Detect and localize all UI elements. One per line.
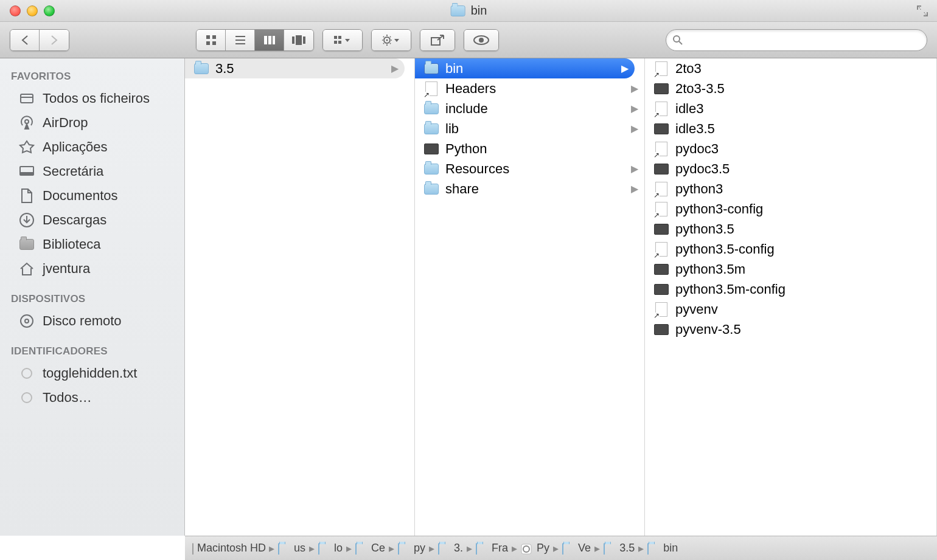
sidebar-item[interactable]: Descargas bbox=[0, 208, 184, 232]
file-label: lib bbox=[445, 121, 459, 137]
search-input[interactable] bbox=[688, 33, 921, 46]
path-crumb-label: Ce bbox=[371, 542, 385, 555]
desktop-icon bbox=[18, 164, 35, 179]
file-row[interactable]: python3.5 bbox=[645, 219, 936, 239]
sidebar-item[interactable]: Todos… bbox=[0, 385, 184, 410]
path-separator-icon: ▸ bbox=[512, 542, 517, 555]
file-label: pyvenv-3.5 bbox=[675, 322, 741, 337]
file-label: Python bbox=[445, 141, 487, 157]
list-view-button[interactable] bbox=[226, 30, 255, 50]
file-row[interactable]: 2to3 bbox=[645, 58, 936, 78]
all-files-icon bbox=[18, 91, 35, 106]
path-crumb-label: us bbox=[294, 542, 305, 555]
sidebar-item[interactable]: Documentos bbox=[0, 184, 184, 208]
folder-icon bbox=[423, 162, 439, 176]
file-row[interactable]: Resources▶ bbox=[415, 159, 644, 179]
path-crumb[interactable]: py bbox=[398, 542, 425, 555]
path-separator-icon: ▸ bbox=[638, 542, 644, 555]
path-separator-icon: ▸ bbox=[467, 542, 472, 555]
path-crumb[interactable]: Ce bbox=[355, 542, 385, 555]
file-row[interactable]: idle3 bbox=[645, 99, 936, 119]
search-icon bbox=[672, 35, 683, 46]
link-icon bbox=[653, 62, 669, 75]
folder-icon bbox=[476, 544, 488, 553]
svg-rect-8 bbox=[268, 36, 271, 44]
file-row[interactable]: python3-config bbox=[645, 199, 936, 219]
path-crumb[interactable]: bin bbox=[647, 542, 678, 555]
file-row[interactable]: python3.5-config bbox=[645, 239, 936, 259]
file-row[interactable]: share▶ bbox=[415, 179, 644, 199]
path-crumb[interactable]: Fra bbox=[476, 542, 508, 555]
close-window-button[interactable] bbox=[10, 5, 21, 16]
sidebar-item-label: Disco remoto bbox=[43, 313, 122, 329]
sidebar-item[interactable]: Biblioteca bbox=[0, 232, 184, 257]
svg-rect-2 bbox=[206, 41, 210, 45]
icon-view-button[interactable] bbox=[197, 30, 226, 50]
sidebar-item[interactable]: Todos os ficheiros bbox=[0, 86, 184, 111]
search-field[interactable] bbox=[666, 29, 927, 51]
file-row[interactable]: Headers▶ bbox=[415, 78, 644, 99]
path-crumb[interactable]: lo bbox=[318, 542, 343, 555]
path-crumb[interactable]: us bbox=[278, 542, 305, 555]
file-row[interactable]: idle3.5 bbox=[645, 119, 936, 139]
file-row[interactable]: 2to3-3.5 bbox=[645, 78, 936, 99]
file-row[interactable]: pyvenv-3.5 bbox=[645, 319, 936, 339]
sidebar-item[interactable]: togglehidden.txt bbox=[0, 361, 184, 385]
path-crumb-label: py bbox=[414, 542, 425, 555]
tag-icon bbox=[18, 366, 35, 381]
sidebar-item-label: Todos os ficheiros bbox=[43, 91, 150, 106]
file-row[interactable]: pydoc3.5 bbox=[645, 159, 936, 179]
back-button[interactable] bbox=[10, 30, 40, 50]
path-crumb[interactable]: Py bbox=[521, 542, 549, 555]
file-label: python3-config bbox=[675, 201, 763, 217]
file-row[interactable]: lib▶ bbox=[415, 119, 644, 139]
file-row[interactable]: pydoc3 bbox=[645, 139, 936, 159]
path-crumb[interactable]: Macintosh HD bbox=[192, 542, 265, 555]
svg-rect-15 bbox=[334, 41, 337, 44]
folder-icon bbox=[423, 122, 439, 136]
folder-icon bbox=[647, 544, 660, 553]
file-row[interactable]: python3 bbox=[645, 179, 936, 199]
link-icon bbox=[653, 202, 669, 216]
svg-rect-7 bbox=[264, 36, 267, 44]
svg-rect-9 bbox=[273, 36, 275, 44]
column-view-button[interactable] bbox=[255, 30, 284, 50]
svg-point-32 bbox=[22, 368, 32, 378]
view-mode-segmented bbox=[196, 29, 314, 51]
path-crumb[interactable]: 3. bbox=[438, 542, 463, 555]
file-label: pyvenv bbox=[675, 302, 718, 317]
minimize-window-button[interactable] bbox=[27, 5, 38, 16]
fullscreen-icon[interactable] bbox=[916, 5, 928, 17]
quicklook-button[interactable] bbox=[464, 29, 499, 51]
path-crumb[interactable]: Ve bbox=[562, 542, 591, 555]
sidebar-item[interactable]: Aplicações bbox=[0, 135, 184, 159]
apps-icon bbox=[18, 140, 35, 154]
window-title: bin bbox=[450, 4, 487, 18]
path-separator-icon: ▸ bbox=[429, 542, 434, 555]
column: bin▶Headers▶include▶lib▶PythonResources▶… bbox=[415, 58, 645, 536]
sidebar-item[interactable]: AirDrop bbox=[0, 111, 184, 135]
file-row[interactable]: include▶ bbox=[415, 99, 644, 119]
svg-line-23 bbox=[679, 41, 682, 44]
action-dropdown[interactable] bbox=[371, 29, 411, 51]
file-row[interactable]: python3.5m bbox=[645, 259, 936, 279]
path-crumb[interactable]: 3.5 bbox=[604, 542, 635, 555]
file-row[interactable]: python3.5m-config bbox=[645, 279, 936, 299]
column-browser: 3.5▶bin▶Headers▶include▶lib▶PythonResour… bbox=[185, 58, 937, 536]
zoom-window-button[interactable] bbox=[44, 5, 55, 16]
file-row[interactable]: Python bbox=[415, 139, 644, 159]
link-icon bbox=[653, 102, 669, 116]
folder-icon bbox=[423, 182, 439, 196]
file-row[interactable]: bin▶ bbox=[415, 58, 635, 78]
forward-button[interactable] bbox=[40, 30, 69, 50]
file-row[interactable]: 3.5▶ bbox=[185, 58, 405, 78]
file-row[interactable]: pyvenv bbox=[645, 299, 936, 319]
share-button[interactable] bbox=[420, 29, 455, 51]
svg-point-22 bbox=[674, 36, 680, 42]
sidebar-item[interactable]: Secretária bbox=[0, 159, 184, 184]
sidebar-item[interactable]: jventura bbox=[0, 257, 184, 281]
coverflow-view-button[interactable] bbox=[284, 30, 313, 50]
arrange-dropdown[interactable] bbox=[322, 29, 363, 51]
sidebar-item[interactable]: Disco remoto bbox=[0, 309, 184, 333]
documents-icon bbox=[18, 188, 35, 203]
